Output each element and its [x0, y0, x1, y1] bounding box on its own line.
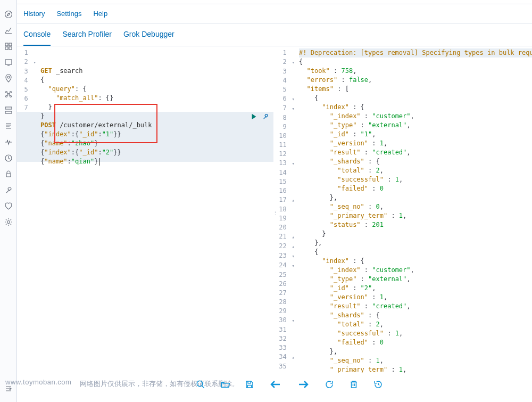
- tab-grok[interactable]: Grok Debugger: [123, 30, 174, 46]
- wrench-icon[interactable]: [262, 113, 269, 122]
- refresh-icon[interactable]: [325, 380, 334, 391]
- svg-rect-13: [5, 111, 12, 113]
- ml-icon[interactable]: [0, 86, 17, 102]
- top-border: [17, 0, 532, 4]
- app-sidebar: [0, 0, 17, 402]
- canvas-icon[interactable]: [0, 54, 17, 70]
- dashboard-icon[interactable]: [0, 38, 17, 54]
- tab-profiler[interactable]: Search Profiler: [62, 30, 112, 46]
- arrow-left-icon[interactable]: [269, 378, 282, 392]
- security-icon[interactable]: [0, 166, 17, 182]
- tab-help[interactable]: Help: [93, 10, 107, 23]
- uptime-icon[interactable]: [0, 150, 17, 166]
- compass-icon[interactable]: [0, 6, 17, 22]
- svg-point-17: [197, 381, 203, 387]
- folder-open-icon[interactable]: [220, 380, 230, 391]
- main-content: History Settings Help Console Search Pro…: [17, 0, 532, 373]
- footer: www.toymoban.com 网络图片仅供展示，非存储，如有侵权请联系删除。: [0, 373, 532, 402]
- play-icon[interactable]: [250, 113, 257, 122]
- svg-rect-2: [9, 43, 12, 46]
- monitoring-icon[interactable]: [0, 198, 17, 214]
- svg-rect-3: [5, 47, 8, 50]
- svg-rect-15: [6, 174, 11, 177]
- watermark-text: www.toymoban.com: [5, 378, 71, 386]
- response-viewer[interactable]: #! Deprecation: [types removal] Specifyi…: [298, 46, 532, 373]
- visualize-icon[interactable]: [0, 22, 17, 38]
- apm-icon[interactable]: [0, 134, 17, 150]
- request-pane: 1 2 ▾3 4 5 6 7 8 9 10 11 12 GET _search{…: [17, 46, 273, 373]
- request-gutter: 1 2 ▾3 4 5 6 7 8 9 10 11 12: [17, 46, 39, 373]
- search-icon[interactable]: [196, 380, 205, 391]
- management-icon[interactable]: [0, 214, 17, 230]
- request-editor[interactable]: GET _search{ "query": { "match_all": {} …: [39, 46, 273, 373]
- tab-history[interactable]: History: [23, 10, 45, 23]
- svg-rect-12: [5, 107, 12, 109]
- response-gutter: 1 2 ▾3 4 5 6 ▾7 ▾8 9 10 11 12 13 ▾14 15 …: [276, 46, 298, 373]
- save-icon[interactable]: [245, 380, 254, 391]
- tab-console[interactable]: Console: [23, 30, 51, 46]
- svg-point-6: [7, 76, 10, 78]
- maps-icon[interactable]: [0, 70, 17, 86]
- response-pane: 1 2 ▾3 4 5 6 ▾7 ▾8 9 10 11 12 13 ▾14 15 …: [276, 46, 532, 373]
- svg-point-16: [7, 221, 10, 224]
- svg-rect-4: [9, 47, 12, 50]
- svg-rect-1: [5, 43, 8, 46]
- logs-icon[interactable]: [0, 118, 17, 134]
- bottom-toolbar: [196, 378, 383, 392]
- editor-split: 1 2 ▾3 4 5 6 7 8 9 10 11 12 GET _search{…: [17, 46, 532, 373]
- dev-tools-icon[interactable]: [0, 182, 17, 198]
- svg-rect-5: [5, 60, 12, 64]
- history-icon[interactable]: [373, 380, 383, 391]
- sub-tabs: Console Search Profiler Grok Debugger: [17, 23, 532, 46]
- trash-icon[interactable]: [349, 380, 359, 391]
- tab-settings[interactable]: Settings: [56, 10, 81, 23]
- svg-point-0: [5, 11, 12, 18]
- infra-icon[interactable]: [0, 102, 17, 118]
- nav-tabs: History Settings Help: [17, 4, 532, 23]
- arrow-right-icon[interactable]: [297, 378, 310, 392]
- request-actions: [250, 113, 269, 122]
